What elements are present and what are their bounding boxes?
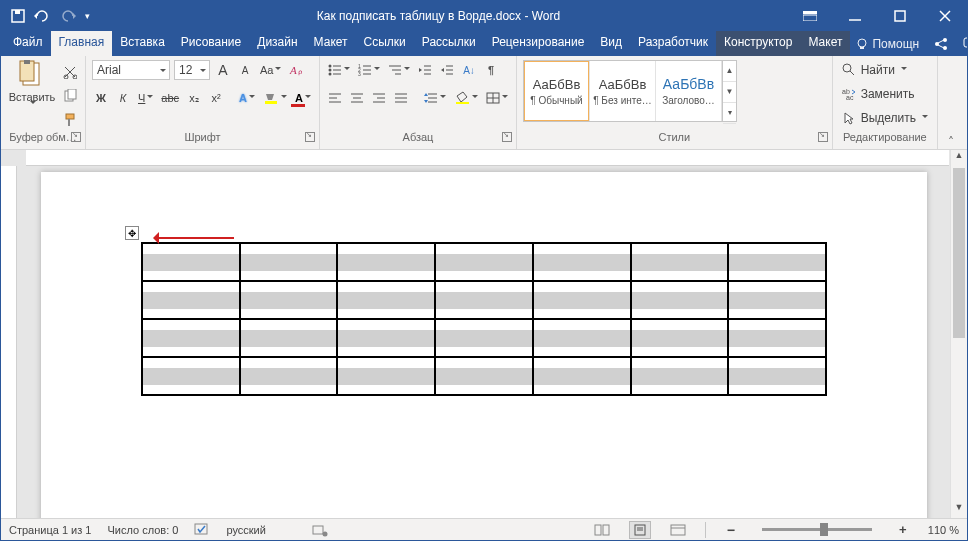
spellcheck-icon[interactable] <box>194 523 210 537</box>
tab-layout[interactable]: Макет <box>306 31 356 56</box>
minimize-icon[interactable] <box>832 1 877 31</box>
undo-icon[interactable] <box>33 9 51 23</box>
style-nospacing[interactable]: АаБбВв ¶ Без инте… <box>590 61 656 121</box>
document-table[interactable] <box>141 242 827 396</box>
tab-table-constructor[interactable]: Конструктор <box>716 31 800 56</box>
zoom-out-button[interactable]: − <box>722 520 740 540</box>
maximize-icon[interactable] <box>877 1 922 31</box>
tab-draw[interactable]: Рисование <box>173 31 249 56</box>
grow-font-button[interactable]: A <box>214 60 232 80</box>
paste-button[interactable]: Вставить <box>7 58 57 113</box>
bullets-button[interactable] <box>326 60 352 80</box>
redo-icon[interactable] <box>59 9 77 23</box>
strike-button[interactable]: abc <box>159 88 181 108</box>
vertical-ruler[interactable] <box>1 166 17 518</box>
gallery-down-icon[interactable]: ▼ <box>723 82 736 103</box>
table-move-handle[interactable]: ✥ <box>125 226 139 240</box>
underline-button[interactable]: Ч <box>136 88 155 108</box>
scrollbar-thumb[interactable] <box>953 168 965 338</box>
style-heading1[interactable]: АаБбВв Заголово… <box>656 61 722 121</box>
italic-button[interactable]: К <box>114 88 132 108</box>
status-page[interactable]: Страница 1 из 1 <box>9 524 91 536</box>
tab-mailings[interactable]: Рассылки <box>414 31 484 56</box>
indent-button[interactable] <box>438 60 456 80</box>
comments-icon[interactable] <box>963 37 968 51</box>
clear-format-button[interactable]: Aᵨ <box>287 60 305 80</box>
view-web-button[interactable] <box>667 521 689 539</box>
tab-review[interactable]: Рецензирование <box>484 31 593 56</box>
outdent-button[interactable] <box>416 60 434 80</box>
svg-rect-79 <box>671 525 685 535</box>
cut-button[interactable] <box>61 62 79 82</box>
copy-button[interactable] <box>61 86 79 106</box>
superscript-button[interactable]: x² <box>207 88 225 108</box>
view-print-button[interactable] <box>629 521 651 539</box>
tell-me[interactable]: Помощн <box>850 31 925 56</box>
copy-icon <box>63 89 77 103</box>
dialog-launcher-icon[interactable] <box>71 132 81 142</box>
font-name-combo[interactable]: Arial <box>92 60 170 80</box>
close-icon[interactable] <box>922 1 967 31</box>
scroll-up-icon[interactable]: ▲ <box>951 150 967 166</box>
align-justify-button[interactable] <box>392 88 410 108</box>
line-spacing-button[interactable] <box>422 88 448 108</box>
group-font-label: Шрифт <box>184 131 220 143</box>
gallery-more-icon[interactable]: ▾ <box>723 103 736 124</box>
style-normal[interactable]: АаБбВв ¶ Обычный <box>524 61 590 121</box>
tab-insert[interactable]: Вставка <box>112 31 173 56</box>
tab-view[interactable]: Вид <box>592 31 630 56</box>
text-effects-button[interactable]: A <box>237 88 257 108</box>
align-right-button[interactable] <box>370 88 388 108</box>
tab-design[interactable]: Дизайн <box>249 31 305 56</box>
dialog-launcher-icon[interactable] <box>305 132 315 142</box>
multilevel-button[interactable] <box>386 60 412 80</box>
font-size-combo[interactable]: 12 <box>174 60 210 80</box>
format-painter-button[interactable] <box>61 110 79 130</box>
save-icon[interactable] <box>11 9 25 23</box>
horizontal-ruler[interactable] <box>26 150 949 166</box>
subscript-button[interactable]: x₂ <box>185 88 203 108</box>
scroll-down-icon[interactable]: ▼ <box>951 502 967 518</box>
change-case-button[interactable]: Aa <box>258 60 283 80</box>
svg-rect-72 <box>313 526 323 534</box>
view-read-button[interactable] <box>591 521 613 539</box>
tab-table-layout[interactable]: Макет <box>800 31 850 56</box>
align-left-button[interactable] <box>326 88 344 108</box>
collapse-ribbon-icon[interactable]: ˄ <box>938 135 964 149</box>
shrink-font-button[interactable]: A <box>236 60 254 80</box>
status-language[interactable]: русский <box>226 524 265 536</box>
sort-button[interactable]: A↓ <box>460 60 478 80</box>
svg-rect-2 <box>803 11 817 14</box>
dialog-launcher-icon[interactable] <box>502 132 512 142</box>
vertical-scrollbar[interactable]: ▲ ▼ <box>950 150 967 518</box>
replace-button[interactable]: abac Заменить <box>839 84 918 104</box>
ribbon-options-icon[interactable] <box>787 1 832 31</box>
share-icon[interactable] <box>933 37 949 51</box>
document-page[interactable]: ✥ <box>41 172 927 518</box>
shading-button[interactable] <box>452 88 480 108</box>
select-button[interactable]: Выделить <box>839 108 931 128</box>
status-words[interactable]: Число слов: 0 <box>107 524 178 536</box>
font-color-button[interactable]: A <box>293 88 313 108</box>
show-marks-button[interactable]: ¶ <box>482 60 500 80</box>
tab-file[interactable]: Файл <box>5 31 51 56</box>
bold-button[interactable]: Ж <box>92 88 110 108</box>
bucket-icon <box>454 91 470 105</box>
align-center-button[interactable] <box>348 88 366 108</box>
zoom-in-button[interactable]: + <box>894 520 912 540</box>
zoom-level[interactable]: 110 % <box>928 524 959 536</box>
highlight-button[interactable] <box>261 88 289 108</box>
svg-rect-63 <box>456 102 469 104</box>
tab-references[interactable]: Ссылки <box>356 31 414 56</box>
tab-developer[interactable]: Разработчик <box>630 31 716 56</box>
zoom-slider[interactable] <box>762 528 872 531</box>
find-button[interactable]: Найти <box>839 60 910 80</box>
tab-home[interactable]: Главная <box>51 31 113 56</box>
macro-record-icon[interactable] <box>312 523 328 537</box>
dialog-launcher-icon[interactable] <box>818 132 828 142</box>
styles-gallery[interactable]: АаБбВв ¶ Обычный АаБбВв ¶ Без инте… АаБб… <box>523 60 737 122</box>
gallery-up-icon[interactable]: ▲ <box>723 61 736 82</box>
numbering-button[interactable]: 123 <box>356 60 382 80</box>
borders-button[interactable] <box>484 88 510 108</box>
search-icon <box>842 63 856 77</box>
